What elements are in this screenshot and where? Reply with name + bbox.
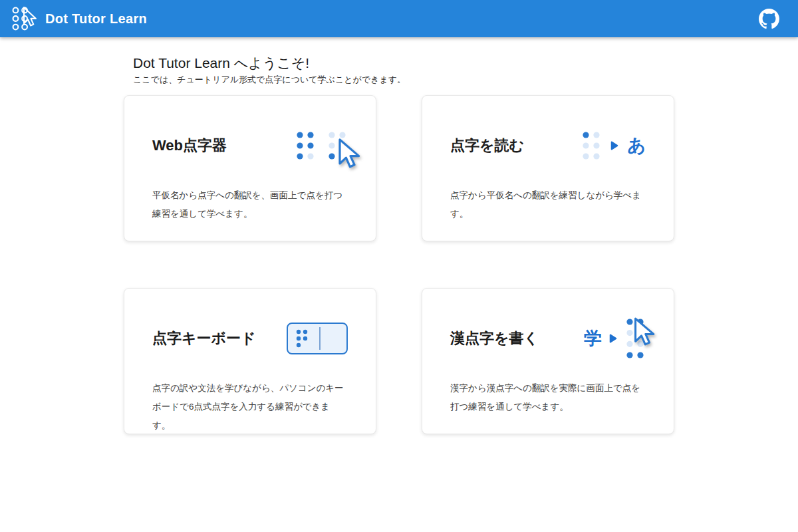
card-description: 漢字から漢点字への翻訳を実際に画面上で点を打つ練習を通して学べます。	[450, 379, 646, 416]
kanji-to-kantenji-cursor-icon: 学	[584, 317, 646, 360]
card-description: 点字の訳や文法を学びながら、パソコンのキーボードで6点式点字を入力する練習ができ…	[152, 379, 348, 434]
brand[interactable]: Dot Tutor Learn	[9, 5, 147, 33]
github-icon	[759, 9, 779, 29]
card-head: 漢点字を書く 学	[450, 314, 646, 363]
kantenji-cell-with-cursor	[624, 317, 646, 360]
app-header: Dot Tutor Learn	[0, 0, 798, 37]
braille-cell-icon	[295, 328, 309, 349]
main-content: Dot Tutor Learn へようこそ! ここでは、チュートリアル形式で点字…	[124, 55, 674, 434]
card-write-kantenji[interactable]: 漢点字を書く 学	[422, 288, 674, 434]
card-title: 点字を読む	[450, 136, 524, 156]
braille-cell-with-cursor	[327, 130, 348, 162]
braille-keyboard-icon	[287, 323, 348, 354]
welcome-section: Dot Tutor Learn へようこそ! ここでは、チュートリアル形式で点字…	[124, 55, 674, 86]
mouse-cursor-icon	[334, 138, 361, 170]
card-head: 点字を読む あ	[450, 121, 646, 170]
github-link[interactable]	[759, 9, 779, 29]
braille-dots-cursor-logo-icon	[9, 5, 37, 33]
kanji-gaku-label: 学	[584, 330, 602, 348]
cards-grid: Web点字器	[124, 95, 674, 434]
braille-cells-with-cursor-icon	[295, 130, 348, 162]
braille-to-hiragana-icon: あ	[581, 130, 646, 162]
card-title: 漢点字を書く	[450, 329, 539, 348]
app-title: Dot Tutor Learn	[45, 11, 147, 27]
hiragana-a-label: あ	[627, 137, 646, 155]
card-head: 点字キーボード	[152, 314, 348, 363]
text-caret	[319, 327, 321, 350]
mouse-cursor-icon	[630, 317, 656, 348]
card-title: Web点字器	[152, 136, 227, 156]
card-read-braille[interactable]: 点字を読む あ 点字から平仮名への翻訳を練習しながら学べます。	[422, 95, 674, 241]
card-braille-keyboard[interactable]: 点字キーボード 点字の訳や文法を学びながら、パソコンのキーボードで6点式点字を入…	[124, 288, 376, 434]
card-description: 点字から平仮名への翻訳を練習しながら学べます。	[450, 186, 646, 223]
braille-cell-icon	[581, 130, 602, 162]
card-web-tenjiki[interactable]: Web点字器	[124, 95, 376, 241]
braille-cell-icon	[295, 130, 316, 162]
welcome-subtitle: ここでは、チュートリアル形式で点字について学ぶことができます。	[133, 74, 674, 86]
card-head: Web点字器	[152, 121, 348, 170]
arrow-right-icon	[609, 334, 617, 343]
card-description: 平仮名から点字への翻訳を、画面上で点を打つ練習を通して学べます。	[152, 186, 348, 223]
arrow-right-icon	[610, 141, 618, 150]
welcome-title: Dot Tutor Learn へようこそ!	[133, 55, 674, 71]
card-title: 点字キーボード	[152, 329, 256, 348]
